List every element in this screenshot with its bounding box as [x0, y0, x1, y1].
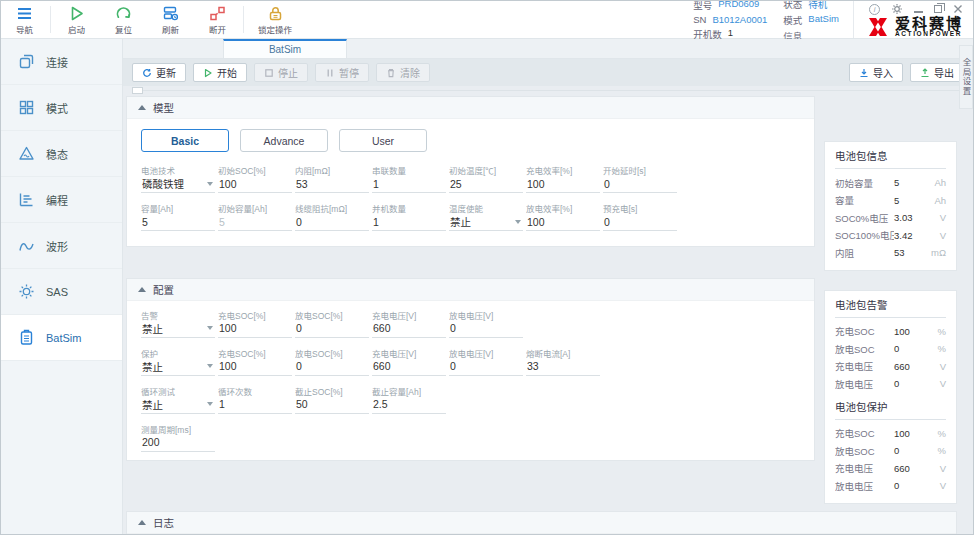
initial-soc-input[interactable]: 100 — [218, 176, 292, 193]
device-info: 型号PRD0609 SNB1012A0001 开机数1 状态待机 模式BatSi… — [693, 1, 853, 38]
config-section: 配置 告警禁止 充电SOC[%]100 放电SOC[%]0 充电电压[V]660… — [126, 278, 815, 461]
cycle-count-input[interactable]: 1 — [218, 397, 292, 414]
lock-operation-button[interactable]: 锁定操作 — [246, 1, 304, 38]
start-delay-input[interactable]: 0 — [603, 176, 677, 193]
field-charge-efficiency: 充电效率[%]100 — [526, 164, 600, 193]
cutoff-soc-input[interactable]: 50 — [295, 397, 369, 414]
alarm-discharge-soc-input[interactable]: 0 — [295, 321, 369, 338]
tab-batsim[interactable]: BatSim — [223, 39, 347, 58]
toolbar-separator — [243, 6, 244, 33]
restore-button[interactable] — [934, 5, 942, 13]
protect-discharge-voltage-input[interactable]: 0 — [449, 359, 523, 376]
sidebar-item-waveform[interactable]: 波形 — [1, 223, 122, 269]
reset-tool-button[interactable]: 复位 — [100, 1, 147, 38]
play-icon — [68, 5, 85, 22]
minimize-button[interactable] — [914, 11, 923, 13]
model-tab-basic[interactable]: Basic — [141, 129, 229, 152]
sidebar-item-connect[interactable]: 连接 — [1, 39, 122, 85]
capacity-input[interactable]: 5 — [141, 214, 215, 231]
alarm-enable-select[interactable]: 禁止 — [141, 321, 215, 338]
field-alarm-charge-soc: 充电SOC[%]100 — [218, 309, 292, 338]
mode-value: BatSim — [808, 13, 839, 27]
protect-enable-select[interactable]: 禁止 — [141, 359, 215, 376]
pause-button[interactable]: 暂停 — [315, 63, 369, 82]
initial-capacity-input: 5 — [218, 214, 292, 231]
disconnect-icon — [209, 5, 226, 22]
model-tab-advance[interactable]: Advance — [240, 129, 328, 152]
disconnect-tool-button[interactable]: 断开 — [194, 1, 241, 38]
initial-temp-input[interactable]: 25 — [449, 176, 523, 193]
scrollbar-handle[interactable] — [132, 87, 143, 94]
update-label: 更新 — [156, 65, 176, 80]
battery-tech-select[interactable]: 磷酸铁锂 — [141, 176, 215, 193]
battery-info-panel: 电池包信息 初始容量5Ah 容量5Ah SOC0%电压3.03V SOC100%… — [824, 141, 957, 271]
nav-menu-button[interactable]: 导航 — [1, 1, 48, 38]
alarm-charge-voltage-input[interactable]: 660 — [372, 321, 446, 338]
config-section-header[interactable]: 配置 — [127, 279, 814, 301]
clear-button[interactable]: 清除 — [376, 63, 430, 82]
export-label: 导出 — [934, 65, 954, 80]
field-alarm-discharge-soc: 放电SOC[%]0 — [295, 309, 369, 338]
field-cutoff-capacity: 截止容量[Ah]2.5 — [372, 385, 446, 414]
log-section-header[interactable]: 日志 — [127, 512, 956, 534]
update-button[interactable]: 更新 — [132, 63, 186, 82]
protect-row: 充电电压660V — [835, 460, 946, 478]
model-tab-user[interactable]: User — [339, 129, 427, 152]
sidebar-item-mode[interactable]: 模式 — [1, 85, 122, 131]
left-sidebar: 连接 模式 稳态 编程 波形 SAS — [1, 39, 123, 535]
close-button[interactable] — [953, 4, 963, 14]
discharge-efficiency-input[interactable]: 100 — [526, 214, 600, 231]
field-battery-tech: 电池技术磷酸铁锂 — [141, 164, 215, 193]
temp-enable-select[interactable]: 禁止 — [449, 214, 523, 231]
panel-title: 电池包保护 — [835, 399, 946, 420]
log-section: 日志 Log File TestLog000.csv … 电压0.000V SO… — [126, 511, 957, 535]
stop-button[interactable]: 停止 — [254, 63, 308, 82]
start-button[interactable]: 开始 — [193, 63, 247, 82]
cable-impedance-input[interactable]: 0 — [295, 214, 369, 231]
model-section-header[interactable]: 模型 — [127, 97, 814, 119]
info-row: 内阻53mΩ — [835, 244, 946, 262]
protect-discharge-soc-input[interactable]: 0 — [295, 359, 369, 376]
alarm-row: 放电电压0V — [835, 375, 946, 393]
sidebar-item-steady[interactable]: 稳态 — [1, 131, 122, 177]
brand-name: 爱科赛博 — [895, 16, 963, 32]
sidebar-item-sas[interactable]: SAS — [1, 269, 122, 315]
horizontal-scrollbar[interactable] — [123, 86, 973, 95]
alarm-discharge-voltage-input[interactable]: 0 — [449, 321, 523, 338]
charge-efficiency-input[interactable]: 100 — [526, 176, 600, 193]
series-count-input[interactable]: 1 — [372, 176, 446, 193]
sidebar-item-program[interactable]: 编程 — [1, 177, 122, 223]
sidebar-item-batsim[interactable]: BatSim — [1, 315, 122, 361]
refresh-tool-button[interactable]: 刷新 — [147, 1, 194, 38]
export-button[interactable]: 导出 — [910, 63, 964, 82]
measure-period-input[interactable]: 200 — [141, 435, 215, 452]
precharge-input[interactable]: 0 — [603, 214, 677, 231]
start-tool-button[interactable]: 启动 — [53, 1, 100, 38]
sidebar-label: 连接 — [46, 54, 68, 70]
waveform-icon — [18, 237, 35, 254]
import-label: 导入 — [873, 65, 893, 80]
fuse-current-input[interactable]: 33 — [526, 359, 600, 376]
info-row: 容量5Ah — [835, 192, 946, 210]
global-settings-side-tab[interactable]: 全局设置 — [959, 45, 973, 109]
triangle-icon — [18, 145, 35, 162]
content-scroll: 模型 Basic Advance User 电池技术磷酸铁锂 初始SOC[%]1… — [123, 95, 973, 535]
internal-resistance-input[interactable]: 53 — [295, 176, 369, 193]
info-row: SOC100%电压3.42V — [835, 227, 946, 245]
cycle-test-select[interactable]: 禁止 — [141, 397, 215, 414]
field-protect-charge-voltage: 充电电压[V]660 — [372, 347, 446, 376]
alarm-charge-soc-input[interactable]: 100 — [218, 321, 292, 338]
update-icon — [142, 68, 152, 78]
grid-icon — [18, 99, 35, 116]
info-row: 初始容量5Ah — [835, 174, 946, 192]
protect-charge-voltage-input[interactable]: 660 — [372, 359, 446, 376]
gear-icon[interactable] — [891, 3, 903, 15]
parallel-count-input[interactable]: 1 — [372, 214, 446, 231]
cutoff-capacity-input[interactable]: 2.5 — [372, 397, 446, 414]
protect-charge-soc-input[interactable]: 100 — [218, 359, 292, 376]
topbar-right: 型号PRD0609 SNB1012A0001 开机数1 状态待机 模式BatSi… — [693, 1, 973, 38]
field-initial-capacity: 初始容量[Ah]5 — [218, 202, 292, 231]
import-button[interactable]: 导入 — [849, 63, 903, 82]
info-icon[interactable]: i — [869, 4, 880, 15]
model-label: 型号 — [693, 0, 712, 12]
